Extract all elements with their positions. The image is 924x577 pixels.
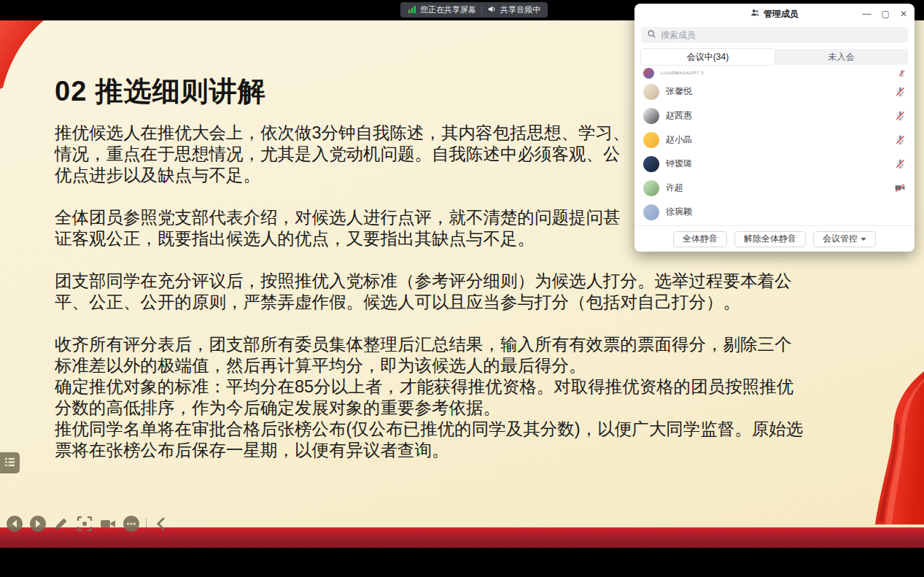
footer-button-label: 解除全体静音: [744, 233, 796, 245]
footer-button-label: 全体静音: [683, 233, 718, 245]
member-list: LIOHRBADAOPT 3张馨悦赵茜惠赵小晶钟瑷璐许超徐琬颖: [634, 66, 915, 225]
slide-paragraph: 团支部同学在充分评议后，按照推优入党标准（参考评分细则）为候选人打分。选举过程要…: [55, 271, 842, 313]
panel-title: 管理成员: [764, 8, 799, 20]
footer-button-label: 会议管控: [823, 233, 858, 245]
window-controls: —▢✕: [863, 4, 907, 24]
member-name: 许超: [666, 182, 683, 194]
red-ribbon-bottom-right: [851, 371, 924, 527]
member-row[interactable]: 赵小晶: [643, 128, 906, 152]
panel-footer: 全体静音解除全体静音会议管控: [634, 225, 915, 252]
panel-header[interactable]: 管理成员 —▢✕: [634, 4, 915, 24]
member-tabs: 会议中(34)未入会: [641, 49, 908, 65]
audio-share-status: 共享音频中: [487, 4, 540, 15]
mic-muted-icon[interactable]: [895, 158, 906, 169]
unmute-all-button[interactable]: 解除全体静音: [734, 231, 806, 247]
member-name: 钟瑷璐: [666, 158, 692, 170]
previous-icon[interactable]: [6, 515, 23, 533]
member-avatar: [643, 132, 659, 148]
slide-nav-toggle[interactable]: [0, 452, 20, 473]
members-icon: [750, 8, 760, 20]
slide-paragraph: 收齐所有评分表后，团支部所有委员集体整理后汇总结果，输入所有有效票的票面得分，剔…: [55, 334, 842, 461]
red-ribbon-top-left: [0, 20, 51, 92]
camera-off-icon[interactable]: [894, 182, 906, 193]
member-name: LIOHRBADAOPT 3: [661, 71, 704, 75]
audio-share-label: 共享音频中: [500, 4, 540, 15]
member-name: 赵小晶: [666, 133, 692, 146]
toolbar-divider: [146, 519, 147, 530]
mic-muted-icon[interactable]: [898, 69, 906, 77]
screen: 您正在共享屏幕 共享音频中: [0, 0, 924, 577]
member-search-input[interactable]: [661, 30, 902, 40]
manage-members-panel: 管理成员 —▢✕ 会议中(34)未入会 LIOHRBADAOPT 3张馨悦赵茜惠…: [634, 4, 915, 252]
member-avatar: [643, 204, 659, 220]
member-row[interactable]: 徐琬颖: [643, 200, 906, 224]
member-row[interactable]: 许超: [643, 176, 906, 200]
member-row[interactable]: 张馨悦: [643, 80, 906, 104]
more-icon[interactable]: [123, 515, 140, 533]
member-avatar: [643, 68, 654, 79]
speaker-icon: [487, 4, 497, 15]
signal-bars-icon: [408, 5, 416, 15]
member-row[interactable]: 钟瑷璐: [643, 152, 906, 176]
pill-divider: [481, 6, 482, 15]
tab-not-joined[interactable]: 未入会: [774, 49, 908, 65]
maximize-icon[interactable]: ▢: [882, 9, 890, 18]
member-name: 徐琬颖: [666, 206, 692, 218]
mute-all-button[interactable]: 全体静音: [673, 231, 727, 247]
member-name: 张馨悦: [666, 85, 692, 98]
minimize-icon[interactable]: —: [863, 9, 871, 18]
member-avatar: [643, 84, 659, 100]
mic-muted-icon[interactable]: [895, 86, 906, 97]
mic-muted-icon[interactable]: [895, 110, 906, 121]
camera-icon[interactable]: [99, 515, 117, 533]
list-icon: [4, 457, 15, 470]
member-avatar: [643, 156, 659, 172]
pencil-icon[interactable]: [53, 515, 70, 533]
chevron-down-icon: [861, 238, 866, 241]
member-avatar: [643, 180, 659, 196]
meeting-control-button[interactable]: 会议管控: [813, 231, 876, 247]
member-avatar: [643, 108, 659, 124]
collapse-icon[interactable]: [152, 515, 170, 533]
tab-in-meeting[interactable]: 会议中(34): [641, 49, 774, 65]
presentation-toolbar: [6, 515, 170, 533]
member-search-box[interactable]: [641, 27, 908, 43]
slide-title: 02 推选细则讲解: [55, 73, 266, 110]
screen-share-label: 您正在共享屏幕: [420, 4, 476, 15]
next-icon[interactable]: [29, 515, 47, 533]
search-icon: [647, 28, 656, 42]
mic-muted-icon[interactable]: [895, 134, 906, 145]
member-name: 赵茜惠: [666, 109, 692, 122]
close-icon[interactable]: ✕: [900, 9, 907, 18]
member-row[interactable]: LIOHRBADAOPT 3: [643, 66, 906, 80]
screen-share-status: 您正在共享屏幕: [408, 4, 476, 15]
sharing-status-pill[interactable]: 您正在共享屏幕 共享音频中: [400, 2, 548, 18]
focus-icon[interactable]: [76, 515, 93, 533]
member-row[interactable]: 赵茜惠: [643, 104, 906, 128]
